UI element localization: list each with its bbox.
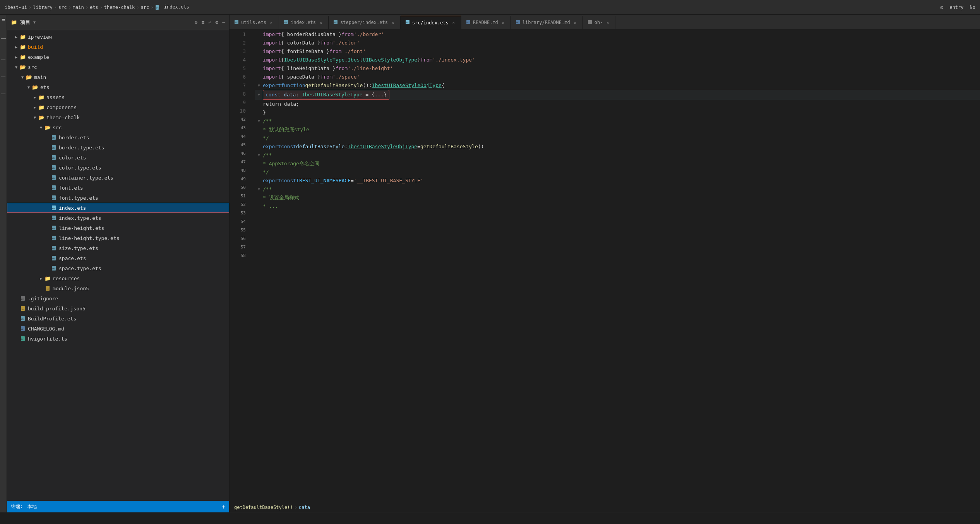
terminal-label[interactable]: 终端: xyxy=(11,503,23,510)
tree-item-space-type-ets[interactable]: ets space.type.ets xyxy=(7,263,229,273)
tree-item-container-type-ets[interactable]: ets container.type.ets xyxy=(7,173,229,183)
breadcrumb-func[interactable]: getDefaultBaseStyle() xyxy=(234,505,293,510)
svg-text:ets: ets xyxy=(21,318,24,320)
tree-arrow-build: ▶ xyxy=(13,44,19,50)
spacer-space xyxy=(44,255,50,261)
activity-bar: ☰ │ │ │ │ xyxy=(0,15,7,512)
tree-item-ets[interactable]: ▼ 📂 ets xyxy=(7,82,229,92)
tree-label-index-ets: index.ets xyxy=(59,205,86,211)
tree-item-src-inner[interactable]: ▼ 📂 src xyxy=(7,122,229,132)
sidebar-title: 项目 xyxy=(20,19,30,26)
folder-icon-theme-chalk: 📂 xyxy=(38,114,45,121)
tree-label-ipreview: ipreview xyxy=(28,34,52,40)
file-icon-space-type-ets: ets xyxy=(50,265,57,272)
activity-bar-item-1[interactable]: ☰ xyxy=(0,16,7,22)
sidebar-icon-split[interactable]: ⇌ xyxy=(209,19,212,25)
sidebar-icon-collapse[interactable]: — xyxy=(222,19,225,25)
tree-item-line-height-ets[interactable]: ets line-height.ets xyxy=(7,223,229,233)
tree-arrow-src-inner: ▼ xyxy=(38,124,44,130)
tree-item-buildprofile-ets[interactable]: ets BuildProfile.ets xyxy=(7,313,229,324)
tree-item-build[interactable]: ▶ 📁 build xyxy=(7,42,229,52)
add-terminal-button[interactable]: + xyxy=(221,503,225,510)
tab-close-index-ets[interactable]: ✕ xyxy=(318,20,324,25)
title-path-ets[interactable]: ets xyxy=(90,5,98,10)
sidebar-icon-add[interactable]: ⊕ xyxy=(195,19,198,25)
tab-close-oh[interactable]: ✕ xyxy=(605,20,610,25)
title-path-theme-chalk[interactable]: theme-chalk xyxy=(104,5,135,10)
breadcrumb-data[interactable]: data xyxy=(299,505,310,510)
tab-close-src-index[interactable]: ✕ xyxy=(451,20,456,26)
tree-item-resources[interactable]: ▶ 📁 resources xyxy=(7,273,229,283)
tree-label-container-type-ets: container.type.ets xyxy=(59,175,113,181)
tree-label-module-json5: module.json5 xyxy=(53,286,89,291)
sidebar-icon-settings[interactable]: ⚙ xyxy=(215,19,218,25)
spacer-hvigorfile xyxy=(13,336,19,342)
tab-lib-readme[interactable]: md library/README.md ✕ xyxy=(511,16,583,29)
tree-item-src[interactable]: ▼ 📂 src xyxy=(7,62,229,72)
tree-item-assets[interactable]: ▶ 📁 assets xyxy=(7,92,229,102)
tab-stepper-index-ets[interactable]: ets stepper/index.ets ✕ xyxy=(329,16,401,29)
settings-icon[interactable]: ⚙ xyxy=(940,4,943,10)
spacer-changelog xyxy=(13,325,19,332)
title-path-main[interactable]: main xyxy=(73,5,84,10)
code-line-48: export const defaultBaseStyle: IbestUIBa… xyxy=(255,142,980,151)
tree-item-font-type-ets[interactable]: ets font.type.ets xyxy=(7,193,229,203)
entry-label[interactable]: entry xyxy=(949,5,963,10)
tab-close-utils-ets[interactable]: ✕ xyxy=(269,20,274,25)
svg-text:ets: ets xyxy=(52,187,55,189)
spacer-index-type xyxy=(44,215,50,221)
file-icon-color-ets: ets xyxy=(50,154,57,161)
tree-item-theme-chalk[interactable]: ▼ 📂 theme-chalk xyxy=(7,112,229,122)
tree-item-main[interactable]: ▼ 📂 main xyxy=(7,72,229,82)
tree-item-size-type-ets[interactable]: ets size.type.ets xyxy=(7,243,229,253)
tree-item-build-profile[interactable]: json build-profile.json5 xyxy=(7,303,229,313)
svg-text:git: git xyxy=(21,298,24,300)
sidebar-header-icons: ⊕ ≡ ⇌ ⚙ — xyxy=(195,19,225,25)
sidebar-icon-menu[interactable]: ≡ xyxy=(202,19,205,25)
activity-bar-item-5[interactable]: │ xyxy=(0,86,7,101)
tree-item-module-json5[interactable]: json module.json5 xyxy=(7,283,229,293)
tree-item-changelog[interactable]: md CHANGELOG.md xyxy=(7,324,229,334)
tree-arrow-components: ▶ xyxy=(32,104,38,110)
svg-text:ts: ts xyxy=(21,338,24,340)
file-icon-font-type-ets: ets xyxy=(50,194,57,201)
tab-utils-ets[interactable]: ets utils.ets ✕ xyxy=(230,16,279,29)
tab-oh[interactable]: oh- ✕ xyxy=(583,16,616,29)
tab-readme[interactable]: md README.md ✕ xyxy=(461,16,511,29)
tree-item-ipreview[interactable]: ▶ 📁 ipreview xyxy=(7,32,229,42)
tree-item-index-ets[interactable]: ets index.ets xyxy=(7,203,229,213)
svg-text:ets: ets xyxy=(52,137,55,139)
activity-bar-item-4[interactable]: │ xyxy=(0,69,7,84)
title-path-src[interactable]: src xyxy=(58,5,67,10)
tab-close-lib-readme[interactable]: ✕ xyxy=(572,20,578,25)
code-line-9: ▼ export function getDefaultBaseStyle():… xyxy=(255,81,980,90)
tree-item-color-type-ets[interactable]: ets color.type.ets xyxy=(7,163,229,173)
tree-item-font-ets[interactable]: ets font.ets xyxy=(7,183,229,193)
local-label: 本地 xyxy=(27,503,37,510)
tree-label-src: src xyxy=(28,64,37,70)
tab-icon-oh xyxy=(588,20,592,26)
tree-item-gitignore[interactable]: git .gitignore xyxy=(7,293,229,303)
spacer-color xyxy=(44,154,50,161)
activity-bar-item-3[interactable]: │ xyxy=(0,52,7,67)
tree-item-border-ets[interactable]: ets border.ets xyxy=(7,132,229,142)
tree-item-border-type-ets[interactable]: ets border.type.ets xyxy=(7,142,229,152)
tree-item-color-ets[interactable]: ets color.ets xyxy=(7,152,229,163)
tree-item-space-ets[interactable]: ets space.ets xyxy=(7,253,229,263)
tab-index-ets[interactable]: ets index.ets ✕ xyxy=(279,16,329,29)
title-path-src2[interactable]: src xyxy=(141,5,149,10)
tree-item-example[interactable]: ▶ 📁 example xyxy=(7,52,229,62)
tab-src-index-ets[interactable]: ets src/index.ets ✕ xyxy=(401,16,461,29)
tree-item-line-height-type-ets[interactable]: ets line-height.type.ets xyxy=(7,233,229,243)
tab-close-stepper[interactable]: ✕ xyxy=(390,20,396,25)
code-area[interactable]: import { borderRadiusData } from './bord… xyxy=(249,29,980,502)
title-path-ibest-ui[interactable]: ibest-ui xyxy=(5,5,27,10)
tree-item-hvigorfile[interactable]: ts hvigorfile.ts xyxy=(7,334,229,344)
svg-text:ets: ets xyxy=(52,147,55,149)
tree-item-components[interactable]: ▶ 📁 components xyxy=(7,102,229,112)
tree-item-index-type-ets[interactable]: ets index.type.ets xyxy=(7,213,229,223)
title-path-library[interactable]: library xyxy=(33,5,53,10)
activity-bar-item-2[interactable]: │ xyxy=(0,27,7,50)
sidebar-dropdown-icon[interactable]: ▼ xyxy=(33,20,36,24)
tab-close-readme[interactable]: ✕ xyxy=(500,20,506,25)
